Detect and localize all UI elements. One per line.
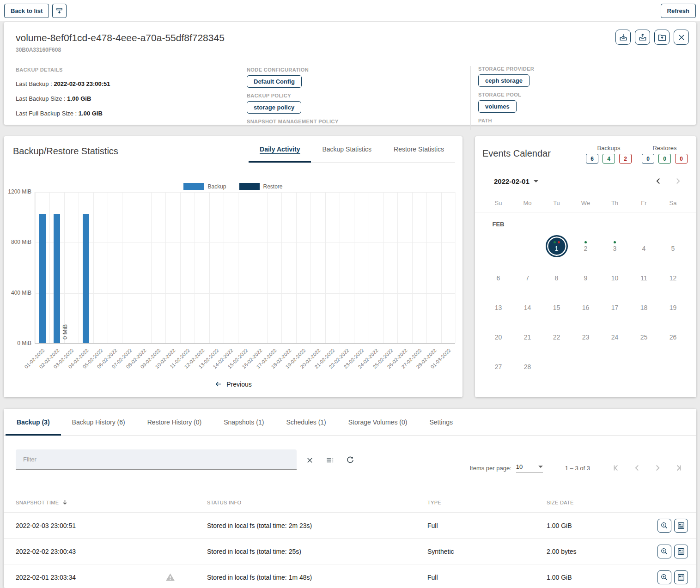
inspect-backup-button[interactable] xyxy=(657,570,671,584)
calendar-day-12[interactable]: 12 xyxy=(658,261,688,291)
calendar-day-1[interactable]: 1 xyxy=(542,231,571,261)
calendar-day-15[interactable]: 15 xyxy=(542,291,571,320)
tab-storage-volumes-0[interactable]: Storage Volumes (0) xyxy=(337,409,419,435)
scroll-to-details-button[interactable] xyxy=(52,4,67,18)
calendar-day-28[interactable]: 28 xyxy=(513,350,542,379)
calendar-day-16[interactable]: 16 xyxy=(571,291,600,320)
calendar-day-23[interactable]: 23 xyxy=(571,320,600,350)
calendar-day-11[interactable]: 11 xyxy=(629,261,658,291)
day-number: 22 xyxy=(553,333,560,341)
x-axis-tick-label: 23-02-2022 xyxy=(342,347,365,370)
calendar-day-17[interactable]: 17 xyxy=(600,291,629,320)
cell-actions xyxy=(654,570,696,584)
calendar-day-9[interactable]: 9 xyxy=(571,261,600,291)
tab-backup-statistics[interactable]: Backup Statistics xyxy=(311,136,383,162)
close-button[interactable] xyxy=(674,30,689,45)
calendar-day-6[interactable]: 6 xyxy=(484,261,513,291)
last-page-button[interactable] xyxy=(671,461,684,474)
node-config-chip[interactable]: Default Config xyxy=(247,75,302,88)
table-body: 2022-02-03 23:00:51Stored in local fs (t… xyxy=(4,513,696,588)
backup-now-button[interactable] xyxy=(615,30,631,45)
refresh-button[interactable]: Refresh xyxy=(661,4,696,18)
zoom-plus-icon xyxy=(660,573,669,582)
calendar-day-27[interactable]: 27 xyxy=(484,350,513,379)
backup-report-button[interactable] xyxy=(674,570,688,584)
previous-period-link[interactable]: Previous xyxy=(4,380,463,388)
tab-snapshots-1[interactable]: Snapshots (1) xyxy=(213,409,275,435)
storage-provider-chip[interactable]: ceph storage xyxy=(478,74,530,87)
chevron-right-icon xyxy=(652,463,663,473)
calendar-day-18[interactable]: 18 xyxy=(629,291,658,320)
tab-daily-activity[interactable]: Daily Activity xyxy=(249,136,311,162)
calendar-day-22[interactable]: 22 xyxy=(542,320,571,350)
column-type[interactable]: TYPE xyxy=(427,500,543,505)
calendar-day-14[interactable]: 14 xyxy=(513,291,542,320)
calendar-prev-button[interactable] xyxy=(652,175,665,188)
calendar-day-19[interactable]: 19 xyxy=(658,291,688,320)
column-label: SNAPSHOT TIME xyxy=(16,500,59,505)
calendar-day-21[interactable]: 21 xyxy=(513,320,542,350)
weekday-label: Mo xyxy=(513,200,542,206)
back-to-list-button[interactable]: Back to list xyxy=(4,4,49,18)
day-number: 17 xyxy=(611,304,619,311)
backup-report-button[interactable] xyxy=(674,519,688,533)
calendar-day-24[interactable]: 24 xyxy=(600,320,629,350)
tab-backup-history-6[interactable]: Backup History (6) xyxy=(61,409,136,435)
prev-page-button[interactable] xyxy=(631,461,644,474)
column-options-button[interactable] xyxy=(323,454,336,467)
tab-settings[interactable]: Settings xyxy=(418,409,464,435)
calendar-day-5[interactable]: 5 xyxy=(658,231,688,261)
warning-icon xyxy=(165,573,175,582)
day-number: 27 xyxy=(495,363,502,370)
calendar-day-4[interactable]: 4 xyxy=(629,231,658,261)
events-calendar-card: Events Calendar Backups642Restores000 20… xyxy=(475,136,696,397)
archive-up-icon xyxy=(638,33,647,42)
x-axis-tick-label: 07-02-2022 xyxy=(110,347,133,370)
items-per-page-select[interactable]: 10 xyxy=(516,463,543,473)
calendar-day-26[interactable]: 26 xyxy=(658,320,688,350)
inspect-backup-button[interactable] xyxy=(657,519,671,533)
inspect-backup-button[interactable] xyxy=(657,545,671,558)
column-snapshot-time[interactable]: SNAPSHOT TIME xyxy=(16,499,161,506)
calendar-day-7[interactable]: 7 xyxy=(513,261,542,291)
refresh-icon xyxy=(346,455,355,465)
reload-table-button[interactable] xyxy=(344,454,357,467)
column-status-info[interactable]: STATUS INFO xyxy=(207,500,427,505)
calendar-day-13[interactable]: 13 xyxy=(484,291,513,320)
backup-report-button[interactable] xyxy=(674,545,688,558)
backups-label: Backups xyxy=(597,145,621,152)
storage-pool-chip[interactable]: volumes xyxy=(478,100,517,113)
backup-detail-row: Last Backup Size : 1.00 GiB xyxy=(16,95,247,102)
tab-schedules-1[interactable]: Schedules (1) xyxy=(275,409,337,435)
tab-restore-history-0[interactable]: Restore History (0) xyxy=(136,409,213,435)
calendar-day-2[interactable]: 2 xyxy=(571,231,600,261)
cell-snapshot-time: 2022-02-01 23:03:34 xyxy=(16,574,161,581)
restore-button[interactable] xyxy=(635,30,650,45)
calendar-next-button[interactable] xyxy=(671,175,684,188)
tab-backup-3[interactable]: Backup (3) xyxy=(6,409,61,435)
day-number: 18 xyxy=(640,304,648,311)
calendar-day-3[interactable]: 3 xyxy=(600,231,629,261)
chevron-right-icon xyxy=(673,176,683,186)
calendar-day-25[interactable]: 25 xyxy=(629,320,658,350)
x-axis-tick-label: 26-02-2022 xyxy=(386,347,408,370)
x-axis-tick-label: 10-02-2022 xyxy=(154,347,176,370)
calendar-date-select[interactable]: 2022-02-01 xyxy=(494,177,538,185)
volume-columns: BACKUP DETAILS Last Backup : 2022-02-03 … xyxy=(4,53,696,130)
tab-restore-statistics[interactable]: Restore Statistics xyxy=(383,136,455,162)
calendar-day-20[interactable]: 20 xyxy=(484,320,513,350)
backup-policy-chip[interactable]: storage policy xyxy=(247,101,301,114)
storage-section: STORAGE PROVIDER ceph storage STORAGE PO… xyxy=(470,66,684,130)
column-size-date[interactable]: SIZE DATE xyxy=(543,500,654,505)
node-configuration-heading: NODE CONFIGURATION xyxy=(247,67,470,73)
calendar-day-10[interactable]: 10 xyxy=(600,261,629,291)
clear-filter-button[interactable] xyxy=(303,454,316,467)
file-recovery-button[interactable] xyxy=(654,30,670,45)
report-icon xyxy=(676,547,686,556)
event-dots xyxy=(554,240,560,244)
first-page-button[interactable] xyxy=(610,461,623,474)
pagination-buttons xyxy=(610,461,684,474)
filter-input[interactable] xyxy=(22,455,290,463)
next-page-button[interactable] xyxy=(651,461,664,474)
calendar-day-8[interactable]: 8 xyxy=(542,261,571,291)
